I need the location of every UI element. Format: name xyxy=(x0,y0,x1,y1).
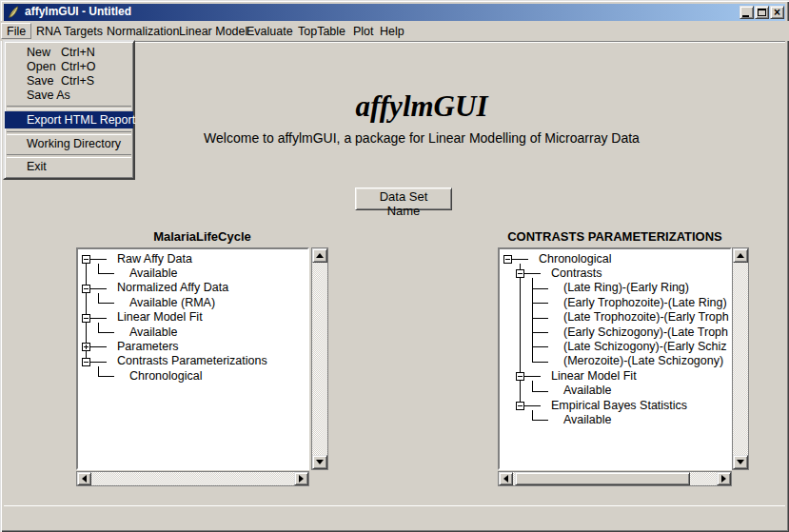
tree-expand-plus-icon[interactable] xyxy=(82,343,90,351)
tree-item[interactable]: (Late Ring)-(Early Ring) xyxy=(563,281,689,295)
tree-connector xyxy=(520,264,521,406)
tree-connector xyxy=(512,259,528,260)
tree-item[interactable]: Linear Model Fit xyxy=(551,369,637,384)
scroll-up-button[interactable] xyxy=(312,248,327,263)
tree-connector xyxy=(524,273,541,274)
tree-connector xyxy=(98,332,114,333)
tree-collapse-minus-icon[interactable] xyxy=(516,402,524,410)
tree-item[interactable]: (Early Trophozoite)-(Late Ring) xyxy=(563,296,727,310)
tree-collapse-minus-icon[interactable] xyxy=(516,372,524,381)
tree-connector xyxy=(98,323,99,333)
tree-item[interactable]: Raw Affy Data xyxy=(117,252,192,266)
tree-item[interactable]: Parameters xyxy=(117,340,179,354)
app-window: affylmGUI - Untitled × FileRNA TargetsNo… xyxy=(0,0,789,532)
scroll-down-button[interactable] xyxy=(733,455,748,469)
tree-item[interactable]: Contrasts xyxy=(551,266,602,281)
tree-item[interactable]: (Merozoite)-(Late Schizogony) xyxy=(563,354,723,368)
tree-item[interactable]: Available (RMA) xyxy=(129,296,215,310)
right-panel-title: CONTRASTS PARAMETERIZATIONS xyxy=(498,229,732,244)
tree-connector xyxy=(98,264,99,274)
arrow-left-icon xyxy=(503,475,508,483)
tree-item[interactable]: Normalized Affy Data xyxy=(117,281,228,295)
title-bar[interactable]: affylmGUI - Untitled × xyxy=(4,4,785,21)
menu-separator xyxy=(5,128,133,137)
tree-connector xyxy=(90,318,107,319)
arrow-down-icon xyxy=(737,460,744,464)
tree-connector xyxy=(90,259,107,260)
right-tree-vertical-scrollbar[interactable] xyxy=(732,247,749,470)
maximize-icon xyxy=(758,9,766,16)
welcome-text: Welcome to affylmGUI, a package for Line… xyxy=(108,130,736,146)
menu-toptable[interactable]: TopTable xyxy=(292,23,351,39)
left-tree-vertical-scrollbar[interactable] xyxy=(311,247,328,470)
tree-collapse-minus-icon[interactable] xyxy=(82,285,90,293)
scroll-right-button[interactable] xyxy=(294,472,308,485)
tree-item[interactable]: Contrasts Parameterizations xyxy=(117,354,267,368)
tk-feather-icon xyxy=(7,6,20,19)
tree-item[interactable]: Chronological xyxy=(539,252,611,266)
left-tree-listbox[interactable]: Raw Affy DataAvailableNormalized Affy Da… xyxy=(76,247,309,470)
tree-connector xyxy=(532,332,548,333)
arrow-right-icon xyxy=(721,475,726,483)
file-menu-item-save[interactable]: SaveCtrl+S xyxy=(5,74,133,89)
tree-item[interactable]: (Late Schizogony)-(Early Schiz xyxy=(563,340,727,354)
tree-item[interactable]: Chronological xyxy=(129,369,202,384)
menu-help[interactable]: Help xyxy=(374,23,410,39)
tree-item[interactable]: (Early Schizogony)-(Late Troph xyxy=(563,325,728,340)
file-menu-item-save-as[interactable]: Save As xyxy=(5,89,133,103)
left-tree-canvas: Raw Affy DataAvailableNormalized Affy Da… xyxy=(78,249,307,468)
close-button[interactable]: × xyxy=(770,6,784,19)
right-tree-horizontal-scrollbar[interactable] xyxy=(498,471,732,486)
menu-file[interactable]: File xyxy=(1,23,31,39)
file-menu-item-exit[interactable]: Exit xyxy=(5,160,133,174)
tree-item[interactable]: Available xyxy=(129,325,178,340)
tree-item[interactable]: Available xyxy=(563,413,612,427)
menu-item-shortcut: Ctrl+O xyxy=(61,60,95,74)
right-tree-listbox[interactable]: ChronologicalContrasts(Late Ring)-(Early… xyxy=(498,247,732,470)
tree-collapse-minus-icon[interactable] xyxy=(503,255,512,264)
scrollbar-thumb[interactable] xyxy=(515,472,690,485)
file-menu-item-open[interactable]: OpenCtrl+O xyxy=(5,60,133,74)
tree-connector xyxy=(532,362,548,363)
scroll-up-button[interactable] xyxy=(733,248,748,263)
file-menu-item-export-html-report[interactable]: Export HTML Report xyxy=(5,111,133,128)
menu-item-label: Save xyxy=(27,74,54,88)
tree-connector xyxy=(98,273,114,274)
tree-collapse-minus-icon[interactable] xyxy=(82,358,90,366)
menu-evaluate[interactable]: Evaluate xyxy=(241,23,299,39)
menu-rna-targets[interactable]: RNA Targets xyxy=(30,23,108,39)
file-menu-dropdown: NewCtrl+NOpenCtrl+OSaveCtrl+SSave AsExpo… xyxy=(3,40,135,180)
menu-bar: FileRNA TargetsNormalizationLinear Model… xyxy=(0,21,789,41)
left-tree-horizontal-scrollbar[interactable] xyxy=(76,471,309,486)
menu-separator xyxy=(5,151,133,160)
tree-item[interactable]: Linear Model Fit xyxy=(117,310,203,325)
minimize-button[interactable] xyxy=(740,6,754,19)
menu-item-shortcut: Ctrl+N xyxy=(61,46,95,60)
tree-connector xyxy=(532,278,533,362)
data-set-name-button[interactable]: Data Set Name xyxy=(355,187,452,210)
tree-connector xyxy=(98,303,114,304)
scroll-right-button[interactable] xyxy=(717,472,731,485)
tree-item[interactable]: Available xyxy=(129,266,178,281)
scrollbar-track[interactable] xyxy=(733,248,748,469)
tree-connector xyxy=(532,346,548,347)
tree-connector xyxy=(90,346,107,347)
scroll-left-button[interactable] xyxy=(499,472,513,485)
tree-collapse-minus-icon[interactable] xyxy=(82,255,90,264)
maximize-button[interactable] xyxy=(755,6,769,19)
tree-collapse-minus-icon[interactable] xyxy=(82,314,90,323)
tree-item[interactable]: Available xyxy=(563,384,612,398)
tree-connector xyxy=(532,318,548,319)
arrow-down-icon xyxy=(316,460,324,464)
file-menu-item-new[interactable]: NewCtrl+N xyxy=(5,46,133,60)
file-menu-item-working-directory[interactable]: Working Directory xyxy=(5,137,133,151)
tree-collapse-minus-icon[interactable] xyxy=(516,269,524,278)
tree-item[interactable]: (Late Trophozoite)-(Early Troph xyxy=(563,310,729,325)
scroll-left-button[interactable] xyxy=(77,472,91,485)
scrollbar-track[interactable] xyxy=(312,248,327,469)
tree-item[interactable]: Empirical Bayes Statistics xyxy=(551,399,687,413)
scroll-down-button[interactable] xyxy=(312,455,327,469)
scrollbar-track[interactable] xyxy=(77,472,308,485)
tree-connector xyxy=(524,376,541,377)
tree-connector xyxy=(532,381,533,391)
